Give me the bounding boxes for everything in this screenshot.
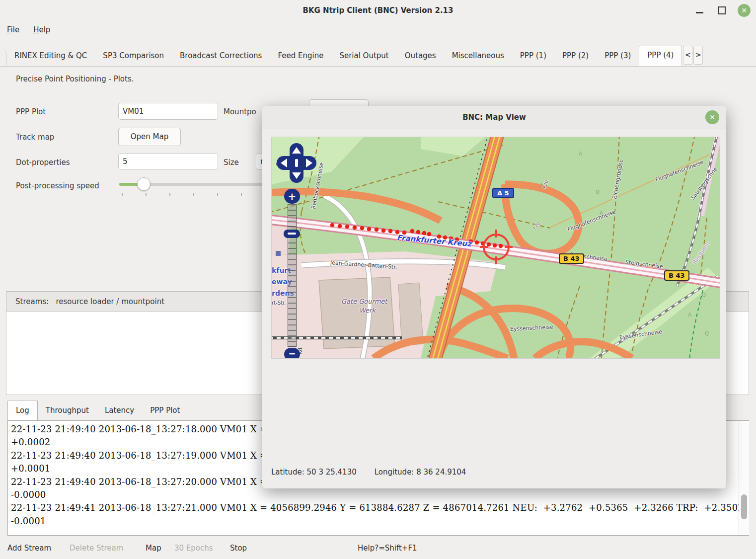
track-dot xyxy=(381,229,386,233)
log-line: -0.0000 xyxy=(11,488,749,501)
help-hint: Help?=Shift+F1 xyxy=(358,538,417,559)
menu-help[interactable]: Help xyxy=(26,21,57,39)
track-dot xyxy=(338,224,342,229)
slider-tick xyxy=(146,193,147,196)
page-heading: Precise Point Positioning - Plots. xyxy=(16,75,134,83)
bottom-tab-throughput[interactable]: Throughput xyxy=(38,400,97,420)
slider-tick xyxy=(169,193,170,196)
map-label: Λ xyxy=(579,151,582,157)
speed-slider-thumb[interactable] xyxy=(137,177,151,191)
log-line: -0.0001 xyxy=(11,515,749,528)
bottom-tab-latency[interactable]: Latency xyxy=(97,400,142,420)
map-label: rt-Str. xyxy=(272,300,286,306)
pan-down-icon[interactable] xyxy=(292,172,301,179)
tab-ppp-3-[interactable]: PPP (3) xyxy=(597,46,639,66)
map-label: Q xyxy=(705,331,709,336)
latitude-label: Latitude: 50 3 25.4130 xyxy=(271,468,357,477)
track-dot xyxy=(493,243,497,248)
track-dot xyxy=(375,228,379,232)
map-graphic xyxy=(272,137,720,358)
app-window: BKG Ntrip Client (BNC) Version 2.13 ✕ Fi… xyxy=(0,0,756,559)
log-scrollbar-thumb[interactable] xyxy=(741,494,747,519)
tab-scroll-right[interactable]: > xyxy=(693,46,703,65)
dialog-header[interactable]: BNC: Map View ✕ xyxy=(262,106,726,129)
tab-miscellaneous[interactable]: Miscellaneous xyxy=(444,46,512,66)
post-processing-speed-label: Post-processing speed xyxy=(16,181,99,190)
zoom-in-button[interactable]: + xyxy=(284,189,300,204)
tab-sp3-comparison[interactable]: SP3 Comparison xyxy=(95,46,172,66)
menu-file[interactable]: File xyxy=(0,21,26,39)
tab-scroll-left[interactable]: < xyxy=(683,46,692,65)
tab-feed-engine[interactable]: Feed Engine xyxy=(270,46,331,66)
track-dot xyxy=(388,229,393,234)
map-label: Q xyxy=(596,189,600,195)
map-button[interactable]: Map xyxy=(146,538,161,559)
tab-serial-output[interactable]: Serial Output xyxy=(331,46,396,66)
menu-bar: FileHelp xyxy=(0,21,756,39)
minimize-button[interactable] xyxy=(691,0,708,21)
dot-properties-input[interactable] xyxy=(118,153,218,170)
tab-broadcast-corrections[interactable]: Broadcast Corrections xyxy=(172,46,270,66)
track-dot xyxy=(416,230,421,235)
map-pan-control[interactable] xyxy=(277,143,316,183)
bottom-tab-log[interactable]: Log xyxy=(7,400,38,420)
zoom-ruler[interactable] xyxy=(288,204,297,347)
pan-center-icon xyxy=(295,159,298,167)
track-dot xyxy=(330,223,335,228)
dot-properties-label: Dot-properties xyxy=(16,158,70,167)
close-icon: ✕ xyxy=(738,4,751,17)
tab-ppp-4-[interactable]: PPP (4) xyxy=(639,46,682,66)
bottom-tab-ppp-plot[interactable]: PPP Plot xyxy=(142,400,188,420)
tab-sliver xyxy=(0,49,6,66)
pan-up-icon[interactable] xyxy=(292,147,301,154)
tab-bar: RINEX Editing & QCSP3 ComparisonBroadcas… xyxy=(0,46,756,67)
slider-tick xyxy=(217,193,218,196)
add-stream-button[interactable]: Add Stream xyxy=(7,538,51,559)
ppp-plot-input[interactable] xyxy=(118,103,218,120)
track-dot xyxy=(475,240,479,245)
tab-ppp-1-[interactable]: PPP (1) xyxy=(512,46,554,66)
map-view-dialog: BNC: Map View ✕ xyxy=(262,106,726,488)
map-label: Gate Gourmet xyxy=(341,298,387,305)
road-shield-b43: B 43 xyxy=(664,270,689,281)
map-label: Q xyxy=(702,292,706,298)
bottom-toolbar: Add StreamDelete StreamMap30 EpochsStopH… xyxy=(0,538,756,559)
zoom-slider-handle[interactable] xyxy=(284,230,300,238)
log-line: 22-11-23 21:49:41 2013-06-18_13:27:21.00… xyxy=(11,501,749,514)
stop-button[interactable]: Stop xyxy=(230,538,247,559)
pan-left-icon[interactable] xyxy=(281,159,287,167)
dialog-close-button[interactable]: ✕ xyxy=(705,110,719,124)
track-map-label: Track map xyxy=(16,133,54,142)
track-dot xyxy=(345,225,350,229)
tab-outages[interactable]: Outages xyxy=(397,46,444,66)
zoom-out-button[interactable]: − xyxy=(284,348,300,359)
close-button[interactable]: ✕ xyxy=(736,0,753,21)
maximize-button[interactable] xyxy=(713,0,730,21)
size-label: Size xyxy=(224,158,239,167)
slider-tick xyxy=(241,193,242,196)
window-title: BKG Ntrip Client (BNC) Version 2.13 xyxy=(0,0,756,21)
ppp-plot-label: PPP Plot xyxy=(16,107,46,116)
map-label: Λ xyxy=(600,211,603,216)
tab-ppp-2-[interactable]: PPP (2) xyxy=(554,46,597,66)
open-map-button[interactable]: Open Map xyxy=(118,128,181,146)
map-label: Λ xyxy=(540,183,543,188)
track-dot xyxy=(410,229,415,234)
30-epochs-button: 30 Epochs xyxy=(174,538,213,559)
track-dot xyxy=(499,244,503,248)
map-canvas[interactable]: neiseRehbockschneiseFrankfurter KreuzJea… xyxy=(271,137,720,359)
road-shield-a5: A 5 xyxy=(492,188,514,198)
map-label: Werk xyxy=(359,307,376,314)
slider-tick xyxy=(122,193,123,196)
mountpoint-label: Mountpo xyxy=(224,107,256,116)
delete-stream-button: Delete Stream xyxy=(70,538,123,559)
tab-rinex-editing-qc[interactable]: RINEX Editing & QC xyxy=(6,46,95,66)
track-dot xyxy=(422,231,427,236)
coordinate-readout: Latitude: 50 3 25.4130Longitude: 8 36 24… xyxy=(271,468,484,477)
track-dot xyxy=(353,226,357,230)
dialog-title: BNC: Map View xyxy=(262,106,726,129)
track-dot xyxy=(367,227,372,232)
pan-right-icon[interactable] xyxy=(306,159,312,167)
track-dot xyxy=(360,226,365,231)
log-scrollbar[interactable] xyxy=(739,421,749,535)
